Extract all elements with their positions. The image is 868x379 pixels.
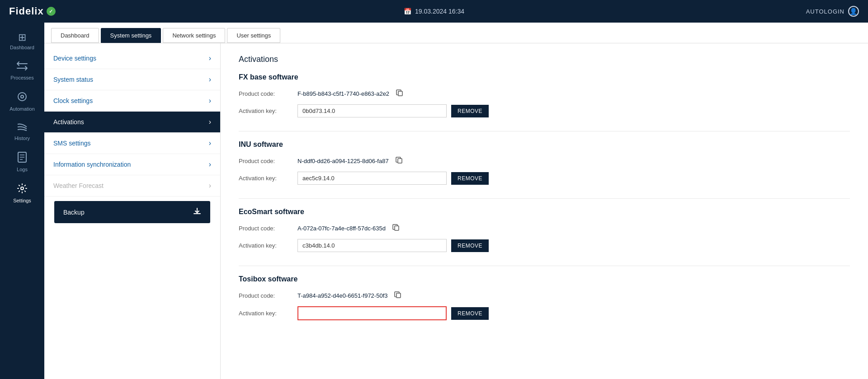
field-row-inu-activation: Activation key: REMOVE — [239, 172, 850, 185]
software-name-ecosmart: EcoSmart software — [239, 208, 850, 216]
tab-dashboard[interactable]: Dashboard — [51, 28, 99, 43]
software-block-ecosmart: EcoSmart software Product code: A-072a-0… — [239, 208, 850, 252]
logo: Fidelix ✓ — [9, 5, 56, 17]
svg-rect-8 — [398, 159, 402, 163]
product-code-label-ecosmart: Product code: — [239, 225, 288, 232]
backup-button[interactable]: Backup — [54, 201, 210, 223]
tab-user-settings[interactable]: User settings — [227, 28, 280, 43]
activation-row-inu: REMOVE — [297, 172, 489, 185]
svg-point-0 — [18, 93, 26, 101]
field-row-tosibox-product: Product code: T-a984-a952-d4e0-6651-f972… — [239, 290, 850, 301]
menu-label-system-status: System status — [53, 76, 93, 83]
logs-icon — [17, 152, 27, 164]
copy-button-inu[interactable] — [393, 155, 405, 166]
sidebar-item-history[interactable]: History — [0, 117, 44, 146]
remove-button-tosibox[interactable]: REMOVE — [451, 307, 489, 320]
activation-input-fx[interactable] — [297, 104, 447, 117]
software-name-inu: INU software — [239, 140, 850, 149]
product-code-label-inu: Product code: — [239, 158, 288, 164]
product-code-label-fx: Product code: — [239, 90, 288, 97]
right-panel: Activations FX base software Product cod… — [221, 43, 868, 379]
svg-rect-7 — [398, 91, 402, 96]
activation-key-label-ecosmart: Activation key: — [239, 242, 288, 249]
tab-network-settings[interactable]: Network settings — [163, 28, 225, 43]
menu-item-clock-settings[interactable]: Clock settings › — [44, 90, 220, 112]
automation-icon — [17, 91, 28, 104]
product-code-value-tosibox: T-a984-a952-d4e0-6651-f972-50f3 — [297, 290, 850, 301]
menu-item-device-settings[interactable]: Device settings › — [44, 48, 220, 69]
datetime-display: 📅 19.03.2024 16:34 — [404, 8, 464, 15]
menu-item-system-status[interactable]: System status › — [44, 69, 220, 90]
remove-button-inu[interactable]: REMOVE — [451, 172, 489, 185]
field-row-tosibox-activation: Activation key: REMOVE — [239, 306, 850, 320]
sidebar-label-dashboard: Dashboard — [10, 45, 34, 50]
activation-row-fx: REMOVE — [297, 104, 489, 117]
tab-system-settings[interactable]: System settings — [101, 28, 161, 43]
software-name-fx: FX base software — [239, 73, 850, 81]
product-code-value-ecosmart: A-072a-07fc-7a4e-c8ff-57dc-635d — [297, 223, 850, 234]
activation-key-label-tosibox: Activation key: — [239, 310, 288, 317]
menu-label-info-sync: Information synchronization — [53, 161, 131, 168]
activation-input-ecosmart[interactable] — [297, 239, 447, 252]
chevron-icon-system: › — [209, 75, 211, 84]
sidebar-label-history: History — [14, 136, 30, 141]
content-area: Dashboard System settings Network settin… — [44, 23, 868, 379]
sidebar-item-dashboard[interactable]: ⊞ Dashboard — [0, 27, 44, 56]
sidebar-item-settings[interactable]: Settings — [0, 178, 44, 209]
product-code-value-fx: F-b895-b843-c5f1-7740-e863-a2e2 — [297, 88, 850, 99]
left-menu: Device settings › System status › Clock … — [44, 43, 221, 379]
section-title: Activations — [239, 55, 850, 64]
menu-label-activations: Activations — [53, 118, 84, 126]
svg-point-6 — [21, 187, 24, 190]
field-row-inu-product: Product code: N-ddf0-dd26-a094-1225-8d06… — [239, 155, 850, 166]
menu-item-weather: Weather Forecast › — [44, 175, 220, 197]
product-code-label-tosibox: Product code: — [239, 292, 288, 299]
product-code-value-inu: N-ddf0-dd26-a094-1225-8d06-fa87 — [297, 155, 850, 166]
menu-item-sms-settings[interactable]: SMS settings › — [44, 133, 220, 154]
chevron-icon-weather: › — [209, 182, 211, 190]
calendar-icon: 📅 — [404, 8, 411, 15]
left-sidebar: ⊞ Dashboard Processes Automation — [0, 23, 44, 379]
menu-item-activations[interactable]: Activations › — [44, 112, 220, 133]
download-icon — [193, 207, 201, 217]
field-row-ecosmart-product: Product code: A-072a-07fc-7a4e-c8ff-57dc… — [239, 223, 850, 234]
field-row-ecosmart-activation: Activation key: REMOVE — [239, 239, 850, 252]
autologin-label: AUTOLOGIN — [806, 8, 844, 15]
product-code-text-fx: F-b895-b843-c5f1-7740-e863-a2e2 — [297, 90, 389, 97]
sidebar-item-processes[interactable]: Processes — [0, 56, 44, 86]
copy-button-ecosmart[interactable] — [390, 223, 402, 234]
sidebar-item-automation[interactable]: Automation — [0, 86, 44, 117]
activation-key-label-fx: Activation key: — [239, 108, 288, 114]
tab-bar: Dashboard System settings Network settin… — [44, 23, 868, 43]
activation-key-label-inu: Activation key: — [239, 175, 288, 182]
activation-row-ecosmart: REMOVE — [297, 239, 489, 252]
autologin-section[interactable]: AUTOLOGIN 👤 — [806, 6, 859, 17]
field-row-fx-activation: Activation key: REMOVE — [239, 104, 850, 117]
logo-check-icon: ✓ — [47, 7, 56, 16]
svg-rect-10 — [396, 293, 401, 298]
dashboard-icon: ⊞ — [18, 33, 26, 42]
datetime-text: 19.03.2024 16:34 — [415, 8, 464, 15]
chevron-icon-activations: › — [209, 118, 211, 126]
remove-button-fx[interactable]: REMOVE — [451, 105, 489, 117]
menu-item-info-sync[interactable]: Information synchronization › — [44, 154, 220, 175]
sidebar-item-logs[interactable]: Logs — [0, 146, 44, 178]
software-block-fx: FX base software Product code: F-b895-b8… — [239, 73, 850, 117]
menu-label-weather: Weather Forecast — [53, 182, 104, 189]
copy-button-tosibox[interactable] — [392, 290, 404, 301]
sidebar-label-automation: Automation — [9, 106, 35, 112]
backup-label: Backup — [63, 209, 85, 216]
software-block-tosibox: Tosibox software Product code: T-a984-a9… — [239, 275, 850, 320]
svg-point-1 — [21, 95, 24, 98]
product-code-text-inu: N-ddf0-dd26-a094-1225-8d06-fa87 — [297, 158, 389, 164]
activation-input-inu[interactable] — [297, 172, 447, 185]
software-block-inu: INU software Product code: N-ddf0-dd26-a… — [239, 140, 850, 185]
chevron-icon-device: › — [209, 54, 211, 62]
menu-label-sms-settings: SMS settings — [53, 140, 90, 147]
activation-input-tosibox[interactable] — [297, 306, 447, 320]
remove-button-ecosmart[interactable]: REMOVE — [451, 239, 489, 252]
product-code-text-tosibox: T-a984-a952-d4e0-6651-f972-50f3 — [297, 292, 387, 299]
copy-button-fx[interactable] — [394, 88, 406, 99]
field-row-fx-product: Product code: F-b895-b843-c5f1-7740-e863… — [239, 88, 850, 99]
sidebar-label-logs: Logs — [17, 167, 28, 172]
